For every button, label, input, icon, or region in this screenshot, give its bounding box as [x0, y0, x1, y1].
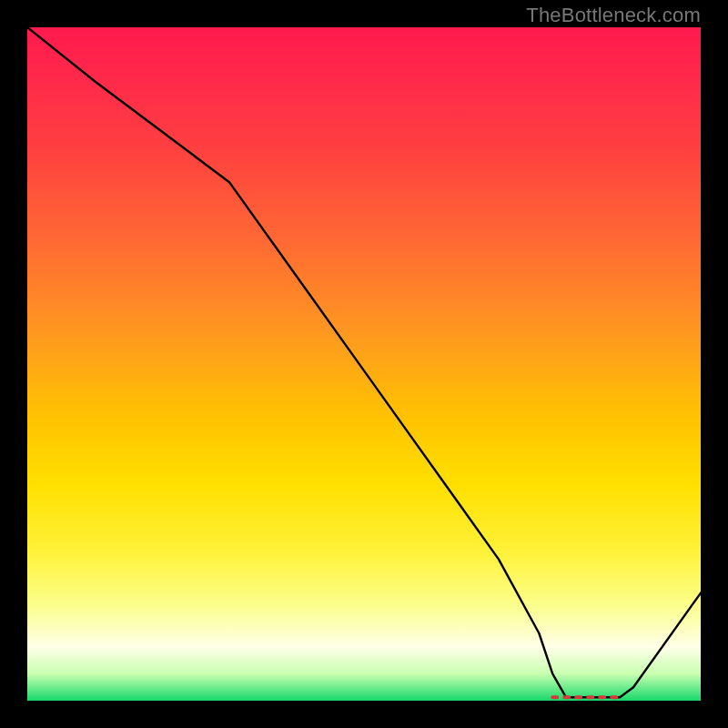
chart-frame: TheBottleneck.com — [0, 0, 728, 728]
watermark-text: TheBottleneck.com — [526, 4, 701, 27]
main-curve-path — [27, 27, 701, 697]
chart-svg — [27, 27, 701, 701]
plot-area — [27, 27, 701, 701]
